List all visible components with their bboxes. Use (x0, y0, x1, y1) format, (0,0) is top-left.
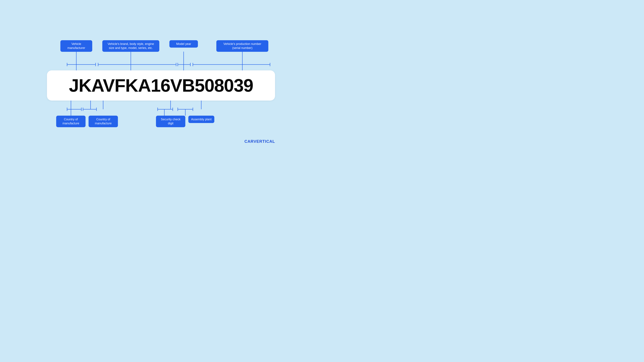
logo-text: carVERTICAL (244, 139, 275, 144)
vin-plate: JKAVFKA16VB508039 (47, 70, 275, 100)
label-production-number: Vehicle's production number (serial numb… (216, 40, 268, 52)
diagram-container: .conn { stroke: #2563eb; stroke-width: 2… (47, 32, 275, 149)
label-model-year: Model year (170, 40, 198, 48)
label-assembly-plant: Assembly plant (188, 116, 214, 123)
label-security-check: Security check digit (156, 116, 185, 127)
label-country-2: Country of manufacture (88, 116, 118, 127)
label-vehicle-manufacturer: Vehicle manufacturer (60, 40, 92, 52)
label-vehicle-brand: Vehicle's brand, body style, engine size… (102, 40, 159, 52)
carvertical-logo: carVERTICAL (244, 139, 275, 144)
vin-number: JKAVFKA16VB508039 (69, 76, 253, 94)
label-country-1: Country of manufacture (56, 116, 86, 127)
